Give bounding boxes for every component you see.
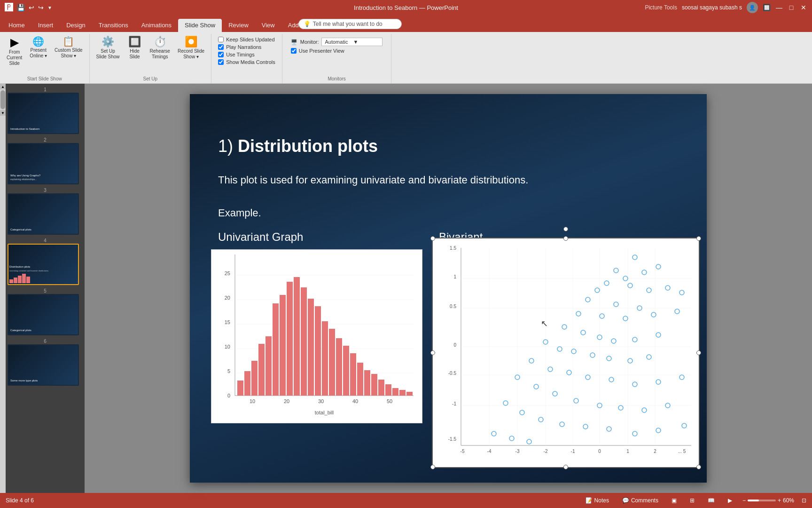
- slide-sorter-btn[interactable]: ⊞: [687, 496, 697, 505]
- svg-text:-0.5: -0.5: [448, 371, 457, 376]
- slide-canvas[interactable]: 1) Distribution plots This plot is used …: [190, 94, 707, 483]
- tab-insert[interactable]: Insert: [31, 19, 60, 32]
- btn-from-current-slide[interactable]: ▶ FromCurrentSlide: [4, 35, 25, 68]
- keep-slides-input[interactable]: [218, 37, 224, 42]
- svg-point-123: [520, 410, 524, 415]
- slide-thumbnail-4[interactable]: Distribution plotsexamining univariate a…: [8, 244, 79, 285]
- slide-thumbnail-6[interactable]: Some more type plots: [8, 344, 79, 386]
- close-btn[interactable]: ✕: [800, 4, 807, 11]
- slide-thumbnail-2[interactable]: Why are Using Graphs?explaining relation…: [8, 143, 79, 184]
- svg-text:0: 0: [598, 449, 601, 454]
- tell-me-text: Tell me what you want to do: [313, 21, 383, 27]
- quick-redo[interactable]: ↪: [38, 4, 44, 11]
- ribbon-display[interactable]: 🔲: [763, 4, 771, 11]
- presenter-view-input[interactable]: [291, 48, 297, 54]
- normal-view-icon: ▣: [671, 497, 677, 504]
- fit-btn[interactable]: ⊡: [802, 497, 806, 504]
- slide-thumb-1[interactable]: 1 Introduction to Seaborn: [8, 87, 83, 134]
- normal-view-btn[interactable]: ▣: [669, 496, 679, 505]
- scroll-down[interactable]: ▼: [0, 110, 6, 116]
- tab-design[interactable]: Design: [60, 19, 92, 32]
- slide-thumb-5[interactable]: 5 Categorical plots: [8, 288, 83, 335]
- btn-hide-slide[interactable]: 🔲 HideSlide: [125, 35, 145, 62]
- svg-point-129: [656, 428, 661, 433]
- main-area: ▲ ▼ 1 Introduction to Seaborn 2 Why are …: [0, 84, 812, 493]
- handle-mr[interactable]: [696, 350, 701, 355]
- slide-thumbnail-1[interactable]: Introduction to Seaborn: [8, 93, 79, 134]
- notes-btn[interactable]: 📝 Notes: [583, 496, 612, 505]
- rotate-handle[interactable]: [563, 227, 568, 231]
- reading-view-btn[interactable]: 📖: [705, 496, 718, 505]
- use-timings-input[interactable]: [218, 52, 224, 57]
- tell-me-bar[interactable]: 💡 Tell me what you want to do: [298, 19, 402, 29]
- checkbox-play-narrations[interactable]: Play Narrations: [218, 44, 275, 50]
- tab-view[interactable]: View: [255, 19, 281, 32]
- tab-slide-show[interactable]: Slide Show: [178, 19, 222, 32]
- maximize-btn[interactable]: □: [788, 4, 795, 11]
- checkbox-show-media-controls[interactable]: Show Media Controls: [218, 59, 275, 65]
- zoom-slider[interactable]: [748, 500, 776, 501]
- quick-save[interactable]: 💾: [17, 4, 25, 11]
- zoom-level: 60%: [783, 497, 794, 504]
- play-narrations-input[interactable]: [218, 44, 224, 50]
- scroll-bar[interactable]: ▲ ▼: [0, 84, 6, 493]
- handle-br[interactable]: [696, 465, 701, 469]
- btn-set-up-slide-show[interactable]: ⚙️ Set UpSlide Show: [94, 35, 123, 62]
- btn-custom-slide-show[interactable]: 📋 Custom SlideShow ▾: [52, 35, 85, 61]
- monitor-section: 🖥️ Monitor: Automatic ▼ Use Presenter Vi…: [286, 35, 388, 56]
- slide-thumbnail-3[interactable]: Categorical plots: [8, 193, 79, 235]
- zoom-in-icon[interactable]: +: [778, 497, 781, 504]
- checkbox-use-timings[interactable]: Use Timings: [218, 52, 275, 57]
- btn-rehearse-timings[interactable]: ⏱️ RehearseTimings: [147, 35, 173, 62]
- comments-btn[interactable]: 💬 Comments: [619, 496, 661, 505]
- zoom-out-icon[interactable]: −: [742, 497, 746, 504]
- user-avatar[interactable]: 👤: [747, 2, 758, 13]
- handle-bc[interactable]: [563, 465, 568, 469]
- slide-thumb-4[interactable]: 4 Distribution plotsexamining univariate…: [8, 238, 83, 285]
- slide-thumb-6[interactable]: 6 Some more type plots: [8, 338, 83, 386]
- svg-text:20: 20: [284, 398, 289, 404]
- picture-tools-label: Picture Tools: [645, 4, 677, 11]
- minimize-btn[interactable]: —: [775, 4, 783, 11]
- checkbox-keep-slides-updated[interactable]: Keep Slides Updated: [218, 37, 275, 42]
- zoom-control[interactable]: − + 60%: [742, 497, 794, 504]
- scroll-thumb[interactable]: [0, 90, 5, 109]
- handle-ml[interactable]: [430, 350, 435, 355]
- btn-present-online[interactable]: 🌐 PresentOnline ▾: [27, 35, 50, 61]
- tab-transitions[interactable]: Transitions: [92, 19, 135, 32]
- svg-point-115: [534, 384, 539, 389]
- handle-tl[interactable]: [430, 236, 435, 241]
- svg-point-83: [665, 286, 670, 290]
- monitor-dropdown[interactable]: Automatic ▼: [321, 38, 383, 46]
- handle-tr[interactable]: [696, 236, 701, 241]
- svg-point-90: [623, 316, 628, 321]
- scroll-up[interactable]: ▲: [0, 84, 6, 89]
- customize-arrow[interactable]: ▼: [47, 5, 52, 10]
- btn-custom-slide-label: Custom SlideShow ▾: [55, 48, 82, 59]
- monitor-icon: 🖥️: [291, 39, 297, 45]
- svg-text:20: 20: [225, 295, 230, 301]
- btn-record-slide-show[interactable]: ⏺️ Record SlideShow ▾: [175, 35, 207, 62]
- svg-point-79: [604, 281, 609, 286]
- tab-review[interactable]: Review: [222, 19, 255, 32]
- thumb-text-6: Some more type plots: [10, 379, 76, 383]
- handle-bl[interactable]: [430, 465, 435, 469]
- scatter-chart[interactable]: ↖ 1.5 1 0.5 0 -0.5 -1 -1.5 -5 -4: [432, 238, 700, 468]
- slide-num-1: 1: [8, 87, 83, 93]
- svg-text:1: 1: [453, 274, 456, 279]
- checkbox-presenter-view[interactable]: Use Presenter View: [291, 48, 344, 54]
- slide-thumb-3[interactable]: 3 Categorical plots: [8, 187, 83, 235]
- quick-undo[interactable]: ↩: [29, 4, 34, 11]
- slide-thumbnail-5[interactable]: Categorical plots: [8, 294, 79, 335]
- svg-rect-37: [364, 370, 370, 396]
- show-media-input[interactable]: [218, 59, 224, 65]
- svg-rect-28: [301, 287, 307, 396]
- btn-present-online-label: PresentOnline ▾: [30, 48, 47, 59]
- svg-text:1: 1: [626, 449, 629, 454]
- handle-tc[interactable]: [563, 236, 568, 241]
- histogram-chart[interactable]: 0 5 10 15 20 25 10 20 30 40 50 total_bil…: [211, 249, 422, 423]
- tab-home[interactable]: Home: [2, 19, 31, 32]
- slide-thumb-2[interactable]: 2 Why are Using Graphs?explaining relati…: [8, 137, 83, 184]
- slideshow-btn[interactable]: ▶: [725, 496, 735, 505]
- tab-animations[interactable]: Animations: [135, 19, 178, 32]
